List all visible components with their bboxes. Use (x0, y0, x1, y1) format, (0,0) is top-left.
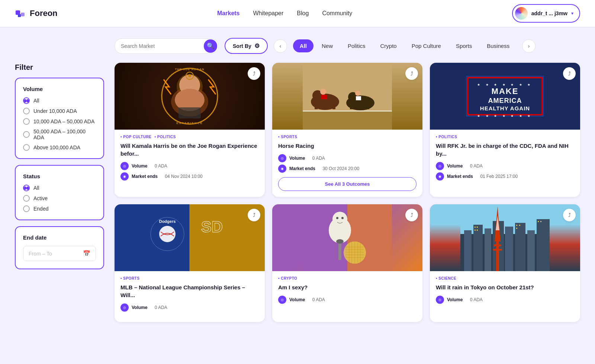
chevron-right-icon: › (528, 43, 530, 49)
tab-pop-culture[interactable]: Pop Culture (405, 39, 448, 52)
nav-blog[interactable]: Blog (297, 10, 309, 17)
card-tag-science-6: SCIENCE (436, 276, 456, 280)
svg-point-44 (159, 226, 176, 242)
svg-rect-68 (464, 230, 472, 271)
share-button-4[interactable]: ⤴ (248, 209, 260, 221)
volume-meta-3: ◎ Volume 0 ADA (436, 162, 574, 170)
share-icon: ⤴ (411, 71, 413, 77)
status-active[interactable]: Active (23, 195, 96, 202)
volume-icon-5: ◎ (278, 296, 286, 304)
card-body-6: SCIENCE Will it rain in Tokyo on October… (430, 271, 580, 314)
svg-point-21 (320, 89, 326, 95)
volume-50k-100k-radio (23, 131, 30, 138)
svg-rect-69 (473, 225, 483, 271)
volume-10k-50k[interactable]: 10,000 ADA – 50,000 ADA (23, 118, 96, 125)
svg-rect-82 (477, 227, 478, 228)
sort-button[interactable]: Sort By ⚙ (225, 38, 268, 54)
search-button[interactable]: 🔍 (204, 39, 217, 53)
svg-rect-88 (538, 221, 539, 222)
share-button-3[interactable]: ⤴ (563, 67, 576, 80)
svg-point-52 (341, 217, 344, 219)
volume-icon-2: ◎ (278, 154, 286, 162)
svg-point-10 (188, 74, 191, 77)
wallet-button[interactable]: addr_t ... j3mw ▾ (512, 4, 580, 23)
card-image-dodgers: Dodgers SD (115, 204, 265, 271)
svg-rect-25 (350, 101, 353, 109)
market-card: ⤴ CRYPTO Am I sexy? ◎ Volume 0 ADA (272, 204, 422, 322)
status-ended[interactable]: Ended (23, 205, 96, 212)
volume-above-100k[interactable]: Above 100,000 ADA (23, 144, 96, 151)
card-body-2: SPORTS Horse Racing ◎ Volume 0 ADA ◉ Mar… (272, 130, 422, 197)
volume-all-radio (23, 97, 30, 104)
svg-rect-73 (515, 223, 525, 271)
calendar-icon: 📅 (83, 250, 90, 257)
share-button-5[interactable]: ⤴ (405, 209, 418, 221)
volume-50k-100k[interactable]: 50,000 ADA – 100,000 ADA (23, 129, 96, 140)
category-prev-button[interactable]: ‹ (274, 39, 287, 53)
volume-above-100k-radio (23, 144, 30, 151)
svg-rect-86 (519, 225, 520, 226)
card-meta-4: ◎ Volume 0 ADA (120, 303, 259, 312)
market-ends-meta-3: ◉ Market ends 01 Feb 2025 17:00 (436, 172, 574, 181)
nav-community[interactable]: Community (322, 10, 352, 17)
share-button-6[interactable]: ⤴ (563, 209, 576, 221)
volume-meta-6: ◎ Volume 0 ADA (436, 296, 574, 304)
svg-rect-20 (332, 101, 335, 109)
share-button-2[interactable]: ⤴ (405, 67, 418, 80)
card-tag-crypto-5: CRYPTO (278, 276, 297, 280)
svg-rect-89 (540, 221, 541, 222)
wallet-avatar (515, 7, 528, 20)
tab-politics[interactable]: Politics (341, 39, 372, 52)
status-all[interactable]: All (23, 185, 96, 191)
card-image-container: THE JOE ROGAN EXPERIENCE ⤴ (115, 63, 265, 130)
see-outcomes-button-2[interactable]: See All 3 Outcomes (278, 177, 416, 191)
market-card: Dodgers SD ⤴ (115, 204, 265, 322)
nav-markets[interactable]: Markets (217, 10, 239, 17)
market-card: ⤴ SCIENCE Will it rain in Tokyo on Octob… (430, 204, 580, 322)
card-body-3: POLITICS Will RFK Jr. be in charge of th… (430, 130, 580, 191)
logo[interactable]: Foreon (15, 7, 58, 19)
nav-whitepaper[interactable]: Whitepaper (253, 10, 284, 17)
search-container: 🔍 (115, 38, 219, 54)
card-tags-1: POP CULTURE POLITICS (120, 135, 259, 139)
tab-business[interactable]: Business (480, 39, 516, 52)
card-title-3: Will RFK Jr. be in charge of the CDC, FD… (436, 142, 574, 157)
category-next-button[interactable]: › (522, 39, 536, 53)
tab-sports[interactable]: Sports (449, 39, 479, 52)
top-bar: 🔍 Sort By ⚙ ‹ All New Politics Crypto Po… (115, 38, 580, 54)
card-meta-1: ◎ Volume 0 ADA ◉ Market ends 04 Nov 2024… (120, 162, 259, 181)
svg-rect-22 (321, 95, 327, 99)
market-card: THE JOE ROGAN EXPERIENCE ⤴ POP CULTURE P… (115, 63, 265, 197)
status-all-radio (23, 185, 30, 191)
svg-rect-72 (505, 227, 513, 271)
tab-all[interactable]: All (293, 39, 313, 52)
svg-text:THE JOE ROGAN: THE JOE ROGAN (175, 68, 204, 71)
volume-icon-4: ◎ (120, 303, 129, 312)
card-image-container: ⤴ (430, 204, 580, 271)
svg-rect-19 (327, 101, 329, 109)
card-body-5: CRYPTO Am I sexy? ◎ Volume 0 ADA (272, 271, 422, 314)
svg-point-51 (336, 217, 338, 219)
volume-filter-title: Volume (23, 86, 96, 92)
svg-rect-79 (494, 244, 501, 246)
tab-new[interactable]: New (315, 39, 340, 52)
volume-under-10k[interactable]: Under 10,000 ADA (23, 108, 96, 114)
end-date-filter: End date From – To 📅 (15, 226, 104, 269)
svg-text:SD: SD (201, 218, 223, 235)
card-title-2: Horse Racing (278, 142, 416, 150)
volume-all[interactable]: All (23, 97, 96, 104)
share-icon: ⤴ (568, 71, 571, 77)
svg-rect-17 (315, 100, 318, 109)
card-tag-sports: SPORTS (278, 135, 297, 139)
volume-icon-6: ◎ (436, 296, 444, 304)
date-range-input[interactable]: From – To 📅 (23, 246, 96, 261)
share-button-1[interactable]: ⤴ (248, 67, 260, 80)
card-tag-sports-4: SPORTS (120, 276, 139, 280)
share-icon: ⤴ (411, 212, 413, 218)
tab-crypto[interactable]: Crypto (374, 39, 403, 52)
search-input[interactable] (115, 38, 219, 54)
sort-label: Sort By (233, 43, 251, 49)
card-title-6: Will it rain in Tokyo on October 21st? (436, 283, 574, 291)
header: Foreon Markets Whitepaper Blog Community… (0, 0, 595, 27)
logo-text: Foreon (30, 9, 58, 18)
